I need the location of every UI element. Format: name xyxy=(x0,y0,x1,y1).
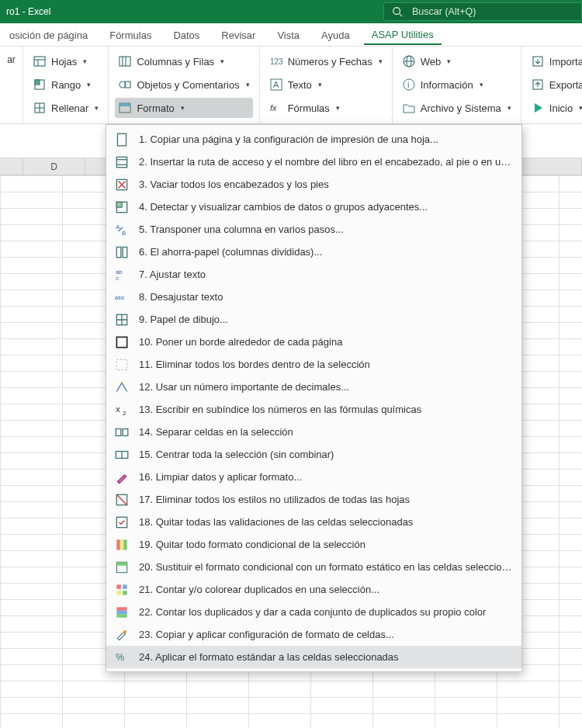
btn-objetos-comentarios[interactable]: Objetos y Comentarios▾ xyxy=(115,75,252,95)
svg-text:A: A xyxy=(273,80,279,89)
col-header[interactable] xyxy=(520,158,582,175)
menu-item-apply-standard-format[interactable]: % 24. Aplicar el formato estándar a las … xyxy=(106,646,521,668)
clear-icon xyxy=(114,177,130,192)
sheets-icon xyxy=(33,54,47,68)
svg-rect-50 xyxy=(116,337,126,347)
menu-item-subscript[interactable]: x2 13. Escribir en subíndice los números… xyxy=(106,398,521,421)
menu-item-copy-format[interactable]: 23. Copiar y aplicar configuración de fo… xyxy=(106,623,521,646)
svg-text:123: 123 xyxy=(270,57,283,66)
btn-hojas[interactable]: Hojas▾ xyxy=(29,51,102,71)
btn-formato[interactable]: Formato▾ xyxy=(115,98,252,118)
chevron-down-icon: ▾ xyxy=(480,81,483,88)
menu-item-count-color-dupes[interactable]: 21. Contar y/o colorear duplicados en un… xyxy=(106,578,521,601)
tab-asap-utilities[interactable]: ASAP Utilities xyxy=(364,24,442,45)
page-icon xyxy=(114,132,130,147)
btn-inicio[interactable]: Inicio▾ xyxy=(528,98,582,118)
btn-importar[interactable]: Importar▾ xyxy=(528,51,582,71)
menu-item-page-border[interactable]: 10. Poner un borde alrededor de cada pág… xyxy=(106,331,521,353)
border-icon xyxy=(114,335,130,350)
info-icon: i xyxy=(402,78,416,92)
menu-item-insert-path[interactable]: 2. Insertar la ruta de acceso y el nombr… xyxy=(106,151,521,173)
menu-item-paper-saver[interactable]: 6. El ahorra-papel (columnas divididas).… xyxy=(106,241,521,263)
svg-line-60 xyxy=(116,494,126,504)
globe-icon xyxy=(402,54,416,68)
dupe-groups-icon xyxy=(114,605,130,620)
svg-rect-68 xyxy=(123,584,127,589)
svg-rect-74 xyxy=(123,630,126,633)
tab-formulas[interactable]: Fórmulas xyxy=(102,25,159,45)
btn-rellenar[interactable]: Rellenar▾ xyxy=(29,98,102,118)
replace-format-icon xyxy=(114,560,130,575)
svg-point-52 xyxy=(121,382,123,383)
svg-rect-55 xyxy=(116,428,121,435)
ribbon-group-1: Hojas▾ Rango▾ Rellenar▾ xyxy=(23,47,109,123)
menu-item-replace-conditional[interactable]: 20. Sustituir el formato condicional con… xyxy=(106,556,521,578)
menu-item-transpose[interactable]: AB 5. Transponer una columna en varios p… xyxy=(106,218,521,241)
chevron-down-icon: ▾ xyxy=(246,81,250,88)
btn-rango[interactable]: Rango▾ xyxy=(29,75,102,95)
menu-item-remove-conditional[interactable]: 19. Quitar todo formato condicional de l… xyxy=(106,533,521,556)
ribbon-group-3: 123 Números y Fechas▾ A Texto▾ fx Fórmul… xyxy=(260,47,393,123)
menu-item-unwrap-text[interactable]: abc 8. Desajustar texto xyxy=(106,286,521,308)
svg-rect-56 xyxy=(123,428,128,435)
play-icon xyxy=(531,101,545,115)
svg-rect-51 xyxy=(116,359,126,369)
svg-text:B: B xyxy=(122,229,126,236)
svg-text:c: c xyxy=(116,274,119,281)
tab-view[interactable]: Vista xyxy=(269,25,307,45)
tab-data[interactable]: Datos xyxy=(165,25,207,45)
menu-item-decimals[interactable]: 12. Usar un número importante de decimal… xyxy=(106,376,521,398)
svg-text:%: % xyxy=(116,652,124,663)
menu-item-center-across[interactable]: 15. Centrar toda la selección (sin combi… xyxy=(106,443,521,466)
detect-icon xyxy=(114,199,130,215)
svg-rect-71 xyxy=(116,607,126,610)
chevron-down-icon: ▾ xyxy=(95,104,99,112)
col-header[interactable]: D xyxy=(23,158,85,175)
menu-item-remove-borders[interactable]: 11. Eliminar todos los bordes dentro de … xyxy=(106,353,521,376)
range-icon xyxy=(33,78,47,92)
menu-item-color-dupe-groups[interactable]: 22. Contar los duplicados y dar a cada c… xyxy=(106,601,521,623)
tab-page-layout[interactable]: osición de página xyxy=(2,25,95,45)
btn-texto[interactable]: A Texto▾ xyxy=(266,75,386,95)
chevron-down-icon: ▾ xyxy=(181,104,185,112)
svg-rect-63 xyxy=(120,539,123,549)
menu-item-copy-page-print[interactable]: 1. Copiar una página y la configuración … xyxy=(106,128,521,151)
btn-formulas[interactable]: fx Fórmulas▾ xyxy=(266,98,386,118)
chevron-down-icon: ▾ xyxy=(508,104,511,112)
btn-columnas-filas[interactable]: Columnas y Filas▾ xyxy=(115,51,252,71)
svg-rect-44 xyxy=(116,247,121,257)
clean-icon xyxy=(114,470,130,485)
paint-icon xyxy=(114,627,130,643)
menu-item-remove-styles[interactable]: 17. Eliminar todos los estilos no utiliz… xyxy=(106,488,521,511)
folder-icon xyxy=(402,101,416,115)
unwrap-icon: abc xyxy=(114,289,130,305)
btn-numeros-fechas[interactable]: 123 Números y Fechas▾ xyxy=(266,51,386,71)
subscript-icon: x2 xyxy=(114,402,130,418)
svg-rect-2 xyxy=(34,57,45,66)
btn-informacion[interactable]: i Información▾ xyxy=(399,75,514,95)
menu-item-detect-changes[interactable]: 4. Detectar y visualizar cambios de dato… xyxy=(106,196,521,218)
menu-item-unmerge[interactable]: 14. Separar celdas en la selección xyxy=(106,421,521,443)
ribbon-group-4: Web▾ i Información▾ Archivo y Sistema▾ xyxy=(393,47,521,123)
menu-item-remove-validations[interactable]: 18. Quitar todas las validaciones de las… xyxy=(106,511,521,533)
select-all-corner[interactable] xyxy=(0,158,23,175)
menu-item-wrap-text[interactable]: abc 7. Ajustar texto xyxy=(106,263,521,286)
svg-text:i: i xyxy=(407,80,409,89)
decimals-icon xyxy=(114,380,130,395)
menu-item-clear-headers[interactable]: 3. Vaciar todos los encabezados y los pi… xyxy=(106,173,521,196)
ribbon-tabs: osición de página Fórmulas Datos Revisar… xyxy=(0,23,582,47)
unmerge-icon xyxy=(114,425,130,440)
svg-rect-34 xyxy=(116,157,126,167)
menu-item-drawing-paper[interactable]: 9. Papel de dibujo... xyxy=(106,308,521,331)
btn-archivo-sistema[interactable]: Archivo y Sistema▾ xyxy=(399,98,514,118)
btn-web[interactable]: Web▾ xyxy=(399,51,514,71)
styles-icon xyxy=(114,492,130,508)
tab-help[interactable]: Ayuda xyxy=(314,25,358,45)
tab-review[interactable]: Revisar xyxy=(213,25,263,45)
search-box[interactable]: Buscar (Alt+Q) xyxy=(383,2,582,21)
menu-item-clean-data[interactable]: 16. Limpiar datos y aplicar formato... xyxy=(106,466,521,488)
svg-rect-66 xyxy=(116,562,126,565)
chevron-down-icon: ▾ xyxy=(220,57,224,65)
fill-icon xyxy=(33,101,47,115)
btn-exportar[interactable]: Exportar▾ xyxy=(528,75,582,95)
